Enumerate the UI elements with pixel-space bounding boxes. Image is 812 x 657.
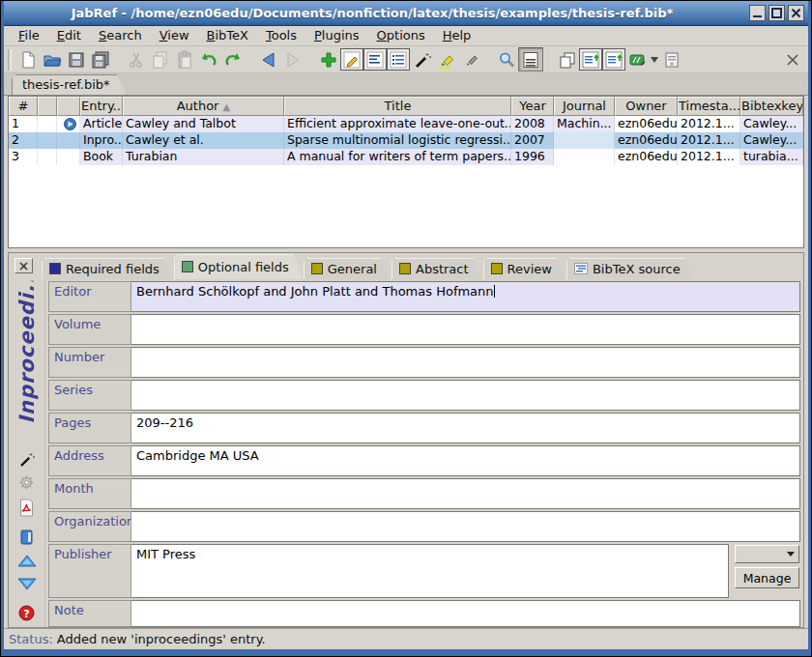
menu-bibtex[interactable]: BibTeX xyxy=(198,26,257,45)
menu-view[interactable]: View xyxy=(151,26,198,45)
open-file-button[interactable] xyxy=(659,47,683,71)
import-into-database-button[interactable] xyxy=(602,48,625,71)
copy-key-button[interactable] xyxy=(17,528,37,546)
new-entry-button[interactable] xyxy=(316,47,340,71)
tab-review[interactable]: Review xyxy=(483,258,566,279)
publisher-combo[interactable] xyxy=(735,545,799,563)
toggle-search-button[interactable] xyxy=(518,47,543,71)
menu-plugins[interactable]: Plugins xyxy=(305,26,368,45)
field-label: Organization xyxy=(48,511,131,542)
help-icon: ? xyxy=(18,605,35,621)
external-link-icon[interactable] xyxy=(57,116,80,132)
redo-button[interactable] xyxy=(220,47,245,71)
tab-required-fields[interactable]: Required fields xyxy=(42,258,173,279)
toolbar-close-button[interactable] xyxy=(780,47,804,71)
tab-general[interactable]: General xyxy=(304,258,391,279)
push-dropdown-button[interactable] xyxy=(650,57,659,63)
close-entry-editor-button[interactable] xyxy=(14,258,33,273)
previous-entry-button[interactable] xyxy=(17,554,37,570)
close-button[interactable] xyxy=(788,5,804,21)
toggle-preview-button[interactable] xyxy=(387,48,410,71)
database-tab[interactable]: thesis-ref.bib* xyxy=(12,74,127,95)
window-controls xyxy=(749,5,808,21)
table-row-selected[interactable]: 2 Inpro... Cawley et al. Sparse multinom… xyxy=(9,132,803,149)
save-icon xyxy=(67,50,86,70)
edit-entry-button[interactable] xyxy=(340,48,363,71)
field-label: Address xyxy=(48,445,131,476)
column-header-number[interactable]: # xyxy=(9,97,38,116)
column-header-year[interactable]: Year xyxy=(511,97,554,116)
volume-field-input[interactable] xyxy=(131,314,800,345)
new-database-button[interactable] xyxy=(15,47,40,71)
publisher-field-input[interactable]: MIT Press xyxy=(131,544,729,598)
menu-options[interactable]: Options xyxy=(368,26,434,45)
menu-search[interactable]: Search xyxy=(90,26,151,45)
unmark-entries-button[interactable] xyxy=(458,47,482,71)
push-lyx-icon xyxy=(628,50,648,70)
save-all-button[interactable] xyxy=(88,47,112,71)
cell-journal xyxy=(554,132,615,149)
column-header-file[interactable] xyxy=(57,97,80,116)
mark-entries-button[interactable] xyxy=(434,47,458,71)
pdf-button[interactable] xyxy=(17,499,37,517)
tab-optional-fields[interactable]: Optional fields xyxy=(174,254,303,279)
new-from-plaintext-button[interactable] xyxy=(579,48,602,71)
field-row-address: Address Cambridge MA USA xyxy=(48,445,800,476)
toggle-groups-button[interactable] xyxy=(363,48,387,71)
menu-edit[interactable]: Edit xyxy=(48,26,90,45)
settings-button[interactable] xyxy=(17,474,37,491)
duplicate-check-button[interactable] xyxy=(555,47,579,71)
column-header-journal[interactable]: Journal xyxy=(554,97,615,116)
column-header-entrytype[interactable]: Entry... xyxy=(80,97,123,116)
column-header-title[interactable]: Title xyxy=(284,97,511,116)
column-header-owner[interactable]: Owner xyxy=(615,97,678,116)
note-field-input[interactable] xyxy=(131,600,800,627)
preview-page-icon xyxy=(522,51,539,69)
undo-button[interactable] xyxy=(196,47,220,71)
tab-abstract[interactable]: Abstract xyxy=(392,258,482,279)
column-header-bibtexkey[interactable]: Bibtexkey xyxy=(740,97,803,116)
number-field-input[interactable] xyxy=(131,347,800,378)
column-header-ranking[interactable] xyxy=(38,97,57,116)
document-icon xyxy=(662,50,682,70)
minimize-button[interactable] xyxy=(749,5,766,21)
save-database-button[interactable] xyxy=(64,47,88,71)
menu-tools[interactable]: Tools xyxy=(257,26,305,45)
organization-field-input[interactable] xyxy=(131,511,800,542)
column-header-timestamp[interactable]: Timesta... xyxy=(678,97,740,116)
series-field-input[interactable] xyxy=(131,380,800,411)
table-row[interactable]: 1 Article Cawley and Talbot Efficient ap… xyxy=(9,116,803,132)
field-label: Publisher xyxy=(48,544,131,598)
toolbar-handle[interactable] xyxy=(8,49,12,71)
column-header-author[interactable]: Author ▲ xyxy=(123,97,284,116)
address-field-input[interactable]: Cambridge MA USA xyxy=(131,445,800,476)
menu-file[interactable]: File xyxy=(10,26,48,45)
toolbar xyxy=(4,46,808,73)
help-button[interactable]: ? xyxy=(17,605,37,621)
page-arrow-icon xyxy=(605,51,623,69)
cell-author: Cawley and Talbot xyxy=(123,116,284,132)
next-entry-button[interactable] xyxy=(17,575,37,591)
titlebar[interactable]: JabRef - /home/ezn06edu/Documents/nonfic… xyxy=(4,1,808,26)
open-database-button[interactable] xyxy=(40,47,64,71)
tab-bibtex-source[interactable]: BibTeX source xyxy=(566,258,694,279)
field-row-publisher: Publisher MIT Press Manage xyxy=(48,544,800,598)
maximize-button[interactable] xyxy=(768,5,785,21)
search-button[interactable] xyxy=(494,47,518,71)
field-row-pages: Pages 209--216 xyxy=(48,413,800,443)
month-field-input[interactable] xyxy=(131,478,800,509)
optional-fields-form: Editor Bernhard Schölkopf and John Platt… xyxy=(45,279,803,627)
manage-button[interactable]: Manage xyxy=(735,567,799,588)
push-to-application-button[interactable] xyxy=(625,47,650,71)
pages-field-input[interactable]: 209--216 xyxy=(131,413,800,443)
editor-field-input[interactable]: Bernhard Schölkopf and John Platt and Th… xyxy=(131,281,800,312)
field-row-series: Series xyxy=(48,380,800,411)
field-label: Series xyxy=(48,380,131,411)
autogenerate-keys-button[interactable] xyxy=(410,47,434,71)
table-row[interactable]: 3 Book Turabian A manual for writers of … xyxy=(9,149,803,165)
back-button[interactable] xyxy=(256,47,280,71)
jabref-window: JabRef - /home/ezn06edu/Documents/nonfic… xyxy=(0,0,812,657)
menu-help[interactable]: Help xyxy=(434,26,480,45)
generate-key-button[interactable] xyxy=(17,451,37,469)
field-label: Number xyxy=(48,347,131,378)
